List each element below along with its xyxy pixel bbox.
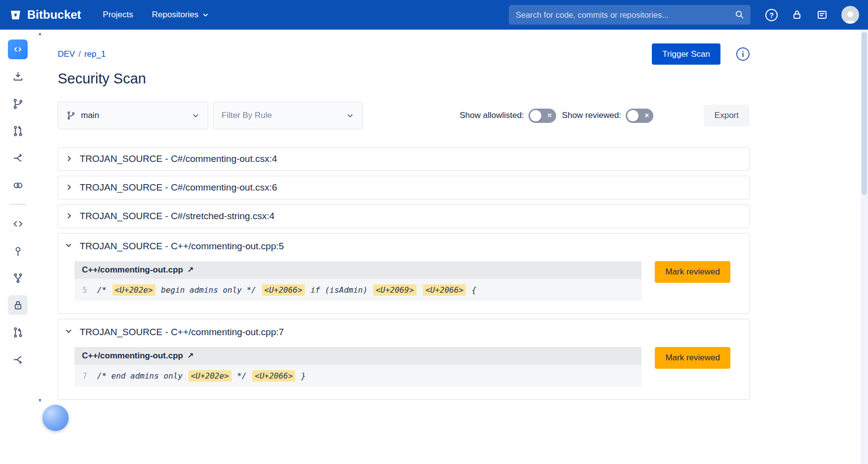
rule-filter-select[interactable]: Filter By Rule — [213, 102, 363, 129]
finding-header[interactable]: ›TROJAN_SOURCE - C#/commenting-out.csx:4 — [58, 148, 749, 170]
sidebar-scroll-down-icon[interactable]: ▼ — [37, 398, 43, 403]
sidebar-scroll-up-icon[interactable]: ▲ — [37, 31, 43, 36]
file-link[interactable]: C++/commenting-out.cpp↗ — [75, 347, 642, 365]
fork-icon — [12, 353, 24, 366]
deployments-icon — [12, 179, 24, 192]
file-link[interactable]: C++/commenting-out.cpp↗ — [75, 261, 642, 279]
lock-icon[interactable] — [791, 9, 803, 21]
finding-card: ›TROJAN_SOURCE - C#/commenting-out.csx:4 — [58, 147, 750, 171]
line-number: 5 — [82, 285, 87, 295]
onboarding-bubble[interactable] — [42, 405, 69, 431]
toggle-knob — [530, 110, 541, 121]
file-name: C++/commenting-out.cpp — [82, 351, 183, 361]
global-search — [509, 5, 751, 25]
finding-title: TROJAN_SOURCE - C#/stretched-string.csx:… — [79, 211, 274, 222]
nav-repositories[interactable]: Repositories — [152, 10, 210, 20]
code-text: /* <U+202e> begin admins only */ <U+2066… — [97, 285, 477, 295]
toggle-knob — [627, 110, 639, 121]
finding-card: ›TROJAN_SOURCE - C#/commenting-out.csx:6 — [58, 176, 750, 199]
sidebar-item-pull-request-2[interactable] — [8, 322, 28, 342]
unicode-token-highlight: <U+2066> — [423, 284, 466, 296]
show-allowlisted-label: Show allowlisted: — [459, 111, 524, 120]
branch-select-value: main — [81, 111, 99, 120]
feedback-icon[interactable] — [816, 9, 828, 21]
sidebar-item-clone[interactable] — [8, 67, 28, 86]
breadcrumb-project-link[interactable]: DEV — [58, 49, 75, 59]
code-segment: /* end admins only — [97, 371, 188, 381]
finding-title: TROJAN_SOURCE - C++/commenting-out.cpp:5 — [79, 241, 284, 252]
vertical-scrollbar[interactable] — [861, 30, 868, 464]
sidebar-item-fork[interactable] — [8, 349, 28, 369]
code-segment: */ — [232, 371, 252, 381]
toggle-off-x-icon: ✕ — [644, 112, 649, 119]
nav-projects[interactable]: Projects — [103, 10, 133, 20]
file-name: C++/commenting-out.cpp — [82, 265, 183, 275]
trigger-scan-button[interactable]: Trigger Scan — [652, 43, 720, 65]
repo-avatar-icon — [12, 44, 23, 55]
commit-icon — [12, 245, 24, 257]
chevron-right-icon: › — [67, 180, 72, 193]
breadcrumb-repo-link[interactable]: rep_1 — [84, 49, 106, 59]
unicode-token-highlight: <U+2069> — [373, 284, 416, 296]
mark-reviewed-button[interactable]: Mark reviewed — [655, 261, 730, 283]
finding-title: TROJAN_SOURCE - C#/commenting-out.csx:6 — [79, 182, 277, 193]
main-panel: DEV/rep_1 Trigger Scan i Security Scan m… — [44, 30, 861, 464]
info-icon[interactable]: i — [736, 47, 750, 61]
code-text: /* end admins only <U+202e> */ <U+2066> … — [97, 371, 306, 381]
sidebar-divider — [9, 204, 26, 205]
code-panel: C++/commenting-out.cpp↗7/* end admins on… — [75, 347, 642, 387]
chevron-down-icon — [191, 112, 200, 120]
code-segment: if (isAdmin) — [306, 285, 373, 295]
chevron-down-icon: › — [63, 243, 75, 248]
finding-body: C++/commenting-out.cpp↗5/* <U+202e> begi… — [58, 259, 749, 313]
branch-icon — [12, 98, 24, 110]
sidebar-item-pull-request[interactable] — [8, 121, 28, 141]
sidebar-item-pipelines[interactable] — [8, 148, 28, 168]
sidebar-item-security-lock[interactable] — [8, 295, 28, 315]
mark-reviewed-button[interactable]: Mark reviewed — [655, 347, 730, 369]
show-allowlisted-toggle[interactable]: ✕ — [528, 109, 556, 123]
page-title: Security Scan — [58, 71, 750, 87]
avatar[interactable] — [841, 6, 859, 24]
finding-header[interactable]: ›TROJAN_SOURCE - C#/commenting-out.csx:6 — [58, 176, 749, 199]
export-button[interactable]: Export — [704, 105, 750, 126]
search-input[interactable] — [509, 5, 751, 25]
unicode-token-highlight: <U+2066> — [252, 370, 295, 382]
chevron-right-icon: › — [67, 152, 72, 164]
code-segment: /* — [97, 285, 112, 295]
sidebar-item-code[interactable] — [8, 214, 28, 233]
unicode-token-highlight: <U+2066> — [262, 284, 305, 296]
show-reviewed-toggle[interactable]: ✕ — [626, 109, 653, 123]
sidebar-item-repo-avatar[interactable] — [8, 39, 28, 59]
sidebar-item-branch[interactable] — [8, 94, 28, 114]
clone-icon — [12, 71, 24, 83]
sidebar-item-commit[interactable] — [8, 241, 28, 261]
brand-name: Bitbucket — [27, 8, 81, 22]
bitbucket-logo[interactable]: Bitbucket — [9, 8, 81, 22]
finding-card: ›TROJAN_SOURCE - C++/commenting-out.cpp:… — [58, 319, 750, 400]
show-reviewed-label: Show reviewed: — [562, 111, 621, 120]
code-segment — [417, 285, 422, 295]
sidebar-item-deployments[interactable] — [8, 175, 28, 195]
sidebar-item-branches[interactable] — [8, 268, 28, 288]
finding-header[interactable]: ›TROJAN_SOURCE - C#/stretched-string.csx… — [58, 205, 749, 228]
code-line: 5/* <U+202e> begin admins only */ <U+206… — [75, 279, 642, 301]
finding-title: TROJAN_SOURCE - C#/commenting-out.csx:4 — [79, 154, 277, 164]
branch-select[interactable]: main — [58, 102, 208, 129]
finding-title: TROJAN_SOURCE - C++/commenting-out.cpp:7 — [79, 327, 284, 338]
external-link-icon: ↗ — [188, 265, 194, 274]
finding-header[interactable]: ›TROJAN_SOURCE - C++/commenting-out.cpp:… — [58, 319, 749, 345]
code-line: 7/* end admins only <U+202e> */ <U+2066>… — [75, 365, 642, 387]
help-icon[interactable]: ? — [765, 9, 778, 21]
findings-list: ›TROJAN_SOURCE - C#/commenting-out.csx:4… — [58, 147, 750, 400]
finding-card: ›TROJAN_SOURCE - C++/commenting-out.cpp:… — [58, 233, 750, 314]
breadcrumb: DEV/rep_1 — [58, 49, 106, 59]
chevron-down-icon: › — [63, 329, 75, 334]
unicode-token-highlight: <U+202e> — [189, 370, 231, 382]
search-icon — [734, 9, 745, 20]
code-icon — [12, 218, 24, 230]
branches-icon — [12, 272, 24, 284]
finding-header[interactable]: ›TROJAN_SOURCE - C++/commenting-out.cpp:… — [58, 233, 749, 259]
scrollbar-thumb[interactable] — [862, 32, 867, 195]
top-navbar: Bitbucket Projects Repositories ? — [0, 0, 868, 30]
